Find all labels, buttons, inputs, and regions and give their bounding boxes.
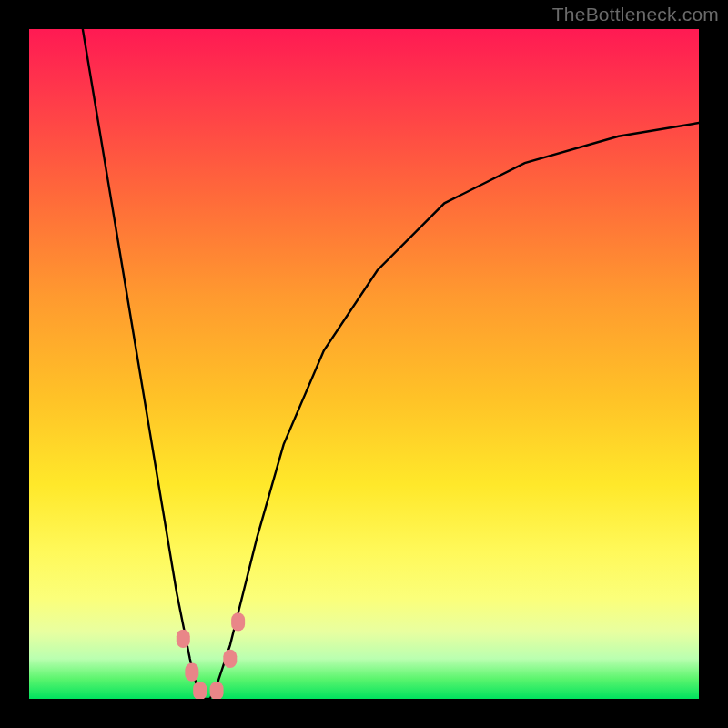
chart-svg [29, 29, 699, 699]
trough-marker-3 [193, 682, 207, 699]
bottleneck-curve [83, 29, 699, 699]
chart-frame: TheBottleneck.com [0, 0, 728, 728]
curve-layer [83, 29, 699, 699]
trough-marker-2 [185, 662, 198, 681]
attribution-watermark: TheBottleneck.com [552, 4, 719, 25]
trough-marker-6 [231, 612, 245, 631]
marker-layer [177, 612, 245, 699]
trough-marker-4 [210, 682, 224, 699]
trough-marker-1 [177, 630, 190, 648]
trough-marker-5 [223, 650, 237, 668]
plot-area [29, 29, 699, 699]
